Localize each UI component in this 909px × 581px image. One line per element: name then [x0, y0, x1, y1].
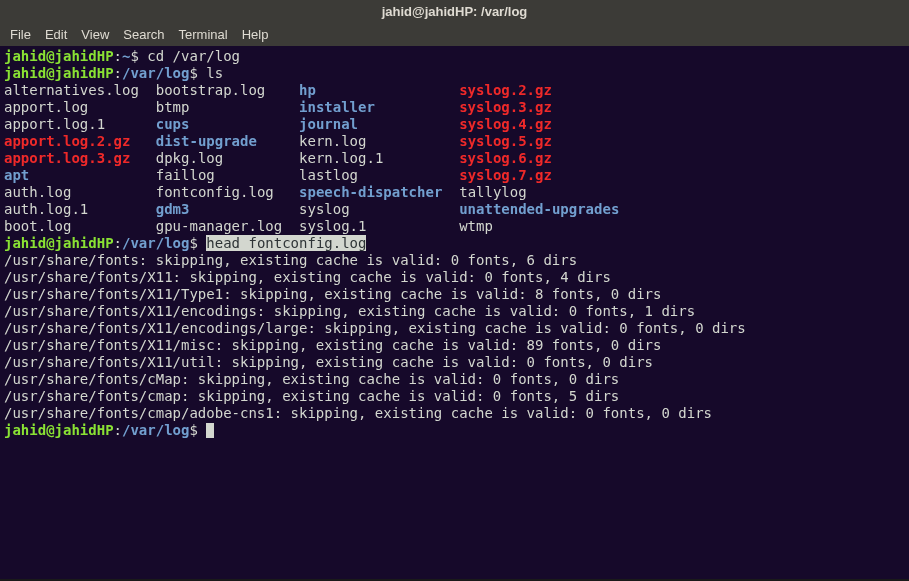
- window-titlebar: jahid@jahidHP: /var/log: [0, 0, 909, 23]
- head-output-line: /usr/share/fonts/X11/misc: skipping, exi…: [4, 337, 905, 354]
- menu-search[interactable]: Search: [123, 27, 164, 42]
- ls-item-dir: journal: [299, 116, 358, 132]
- ls-item-dir: cups: [156, 116, 190, 132]
- command-ls: ls: [206, 65, 223, 81]
- ls-item-dir: installer: [299, 99, 375, 115]
- ls-output-row: auth.log.1 gdm3 syslog unattended-upgrad…: [4, 201, 905, 218]
- ls-item: gpu-manager.log: [156, 218, 282, 234]
- ls-item-gz: syslog.3.gz: [459, 99, 552, 115]
- ls-item-gz: apport.log.3.gz: [4, 150, 130, 166]
- ls-output-row: apt faillog lastlog syslog.7.gz: [4, 167, 905, 184]
- ls-item-dir: gdm3: [156, 201, 190, 217]
- prompt-line-2: jahid@jahidHP:/var/log$ ls: [4, 65, 905, 82]
- head-output-line: /usr/share/fonts/X11/encodings: skipping…: [4, 303, 905, 320]
- ls-item: wtmp: [459, 218, 493, 234]
- ls-item: boot.log: [4, 218, 71, 234]
- ls-item-gz: syslog.7.gz: [459, 167, 552, 183]
- prompt-path: /var/log: [122, 65, 189, 81]
- ls-item: syslog.1: [299, 218, 366, 234]
- ls-item: apport.log: [4, 99, 88, 115]
- ls-item-dir: unattended-upgrades: [459, 201, 619, 217]
- ls-output-row: apport.log btmp installer syslog.3.gz: [4, 99, 905, 116]
- ls-output-row: apport.log.3.gz dpkg.log kern.log.1 sysl…: [4, 150, 905, 167]
- head-output-line: /usr/share/fonts: skipping, existing cac…: [4, 252, 905, 269]
- ls-item: lastlog: [299, 167, 358, 183]
- command-cd: cd /var/log: [147, 48, 240, 64]
- menu-file[interactable]: File: [10, 27, 31, 42]
- ls-item: alternatives.log: [4, 82, 139, 98]
- prompt-dollar: $: [189, 422, 206, 438]
- prompt-colon: :: [114, 48, 122, 64]
- command-head-highlighted: head fontconfig.log: [206, 235, 366, 251]
- head-output-line: /usr/share/fonts/X11: skipping, existing…: [4, 269, 905, 286]
- ls-item-gz: syslog.2.gz: [459, 82, 552, 98]
- prompt-dollar: $: [130, 48, 147, 64]
- menu-view[interactable]: View: [81, 27, 109, 42]
- menu-terminal[interactable]: Terminal: [179, 27, 228, 42]
- head-output-line: /usr/share/fonts/X11/Type1: skipping, ex…: [4, 286, 905, 303]
- ls-output-row: boot.log gpu-manager.log syslog.1 wtmp: [4, 218, 905, 235]
- head-output-line: /usr/share/fonts/X11/util: skipping, exi…: [4, 354, 905, 371]
- prompt-colon: :: [114, 422, 122, 438]
- ls-item: auth.log.1: [4, 201, 88, 217]
- head-output-line: /usr/share/fonts/cMap: skipping, existin…: [4, 371, 905, 388]
- prompt-user: jahid@jahidHP: [4, 235, 114, 251]
- ls-item-gz: syslog.5.gz: [459, 133, 552, 149]
- ls-output-row: apport.log.2.gz dist-upgrade kern.log sy…: [4, 133, 905, 150]
- prompt-path: /var/log: [122, 422, 189, 438]
- prompt-line-3: jahid@jahidHP:/var/log$ head fontconfig.…: [4, 235, 905, 252]
- prompt-line-1: jahid@jahidHP:~$ cd /var/log: [4, 48, 905, 65]
- menubar: File Edit View Search Terminal Help: [0, 23, 909, 46]
- prompt-dollar: $: [189, 65, 206, 81]
- prompt-path: /var/log: [122, 235, 189, 251]
- window-title: jahid@jahidHP: /var/log: [382, 4, 528, 19]
- ls-item: apport.log.1: [4, 116, 105, 132]
- ls-item: kern.log: [299, 133, 366, 149]
- head-output-line: /usr/share/fonts/X11/encodings/large: sk…: [4, 320, 905, 337]
- ls-item: btmp: [156, 99, 190, 115]
- ls-item-gz: syslog.6.gz: [459, 150, 552, 166]
- prompt-user: jahid@jahidHP: [4, 48, 114, 64]
- ls-item-gz: syslog.4.gz: [459, 116, 552, 132]
- ls-output-row: auth.log fontconfig.log speech-dispatche…: [4, 184, 905, 201]
- ls-output-row: apport.log.1 cups journal syslog.4.gz: [4, 116, 905, 133]
- ls-item: faillog: [156, 167, 215, 183]
- prompt-dollar: $: [189, 235, 206, 251]
- cursor-icon: [206, 423, 214, 438]
- terminal-area[interactable]: jahid@jahidHP:~$ cd /var/logjahid@jahidH…: [0, 46, 909, 579]
- menu-help[interactable]: Help: [242, 27, 269, 42]
- ls-item-dir: hp: [299, 82, 316, 98]
- ls-item: kern.log.1: [299, 150, 383, 166]
- prompt-colon: :: [114, 65, 122, 81]
- ls-item: tallylog: [459, 184, 526, 200]
- ls-item: dpkg.log: [156, 150, 223, 166]
- ls-output-row: alternatives.log bootstrap.log hp syslog…: [4, 82, 905, 99]
- ls-item-dir: dist-upgrade: [156, 133, 257, 149]
- prompt-line-4: jahid@jahidHP:/var/log$: [4, 422, 905, 439]
- head-output-line: /usr/share/fonts/cmap: skipping, existin…: [4, 388, 905, 405]
- ls-item-dir: apt: [4, 167, 29, 183]
- ls-item: syslog: [299, 201, 350, 217]
- ls-item: auth.log: [4, 184, 71, 200]
- ls-item: fontconfig.log: [156, 184, 274, 200]
- ls-item-dir: speech-dispatcher: [299, 184, 442, 200]
- menu-edit[interactable]: Edit: [45, 27, 67, 42]
- prompt-user: jahid@jahidHP: [4, 422, 114, 438]
- head-output-line: /usr/share/fonts/cmap/adobe-cns1: skippi…: [4, 405, 905, 422]
- prompt-colon: :: [114, 235, 122, 251]
- prompt-user: jahid@jahidHP: [4, 65, 114, 81]
- ls-item: bootstrap.log: [156, 82, 266, 98]
- ls-item-gz: apport.log.2.gz: [4, 133, 130, 149]
